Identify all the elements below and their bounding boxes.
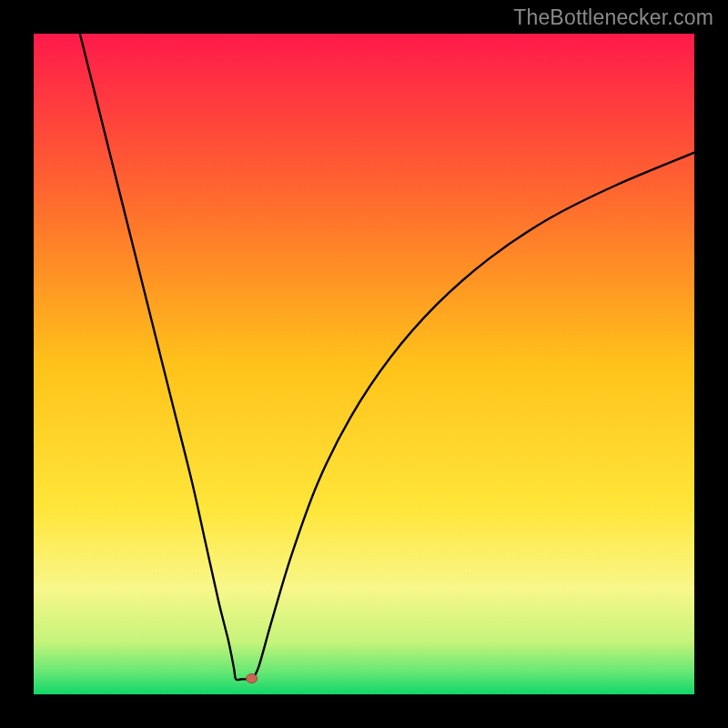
- min-marker: [247, 674, 258, 683]
- gradient-background: [34, 34, 694, 694]
- watermark-text: TheBottlenecker.com: [513, 5, 713, 30]
- plot-area: [34, 34, 694, 694]
- chart-svg: [34, 34, 694, 694]
- chart-frame: TheBottlenecker.com: [0, 0, 728, 728]
